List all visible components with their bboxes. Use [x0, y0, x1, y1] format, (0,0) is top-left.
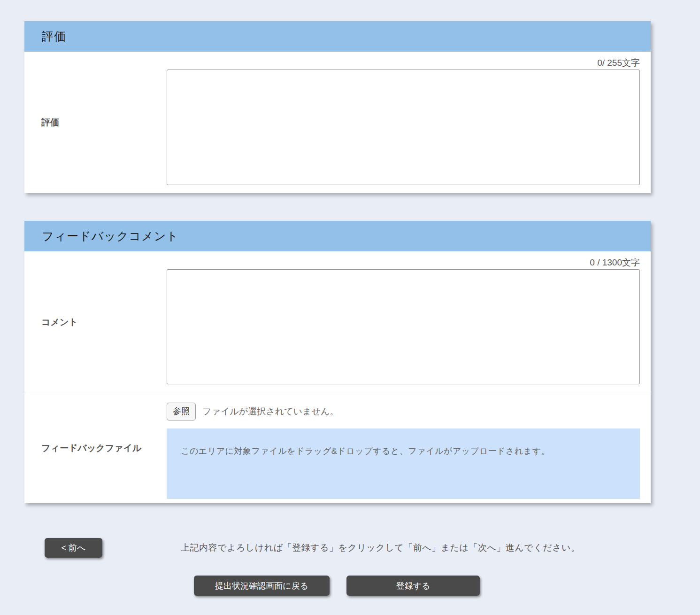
back-to-submission-status-button[interactable]: 提出状況確認画面に戻る: [194, 576, 330, 596]
comment-field-label: コメント: [41, 316, 78, 328]
browse-file-button[interactable]: 参照: [167, 403, 196, 420]
footer-instruction-row: < 前へ 上記内容でよろしければ「登録する」をクリックして「前へ」または「次へ」…: [0, 537, 700, 558]
evaluation-field-cell: 0/ 255文字: [167, 52, 651, 193]
evaluation-field-label: 評価: [41, 117, 59, 129]
evaluation-panel-header: 評価: [24, 21, 651, 52]
feedback-panel-title: フィードバックコメント: [42, 228, 179, 244]
feedback-panel-header: フィードバックコメント: [24, 221, 651, 251]
evaluation-panel-title: 評価: [42, 29, 66, 44]
feedback-file-label-cell: フィードバックファイル: [24, 393, 167, 503]
feedback-file-label: フィードバックファイル: [41, 442, 141, 454]
footer-instruction-text: 上記内容でよろしければ「登録する」をクリックして「前へ」または「次へ」進んでくだ…: [181, 542, 580, 554]
file-input-line: 参照 ファイルが選択されていません。: [167, 393, 640, 422]
file-drop-area-text: このエリアに対象ファイルをドラッグ&ドロップすると、ファイルがアップロードされま…: [181, 446, 550, 456]
comment-char-counter: 0 / 1300文字: [167, 251, 640, 269]
comment-row: コメント 0 / 1300文字: [24, 251, 651, 393]
footer-actions-row: 提出状況確認画面に戻る 登録する: [0, 576, 700, 596]
evaluation-row: 評価 0/ 255文字: [24, 52, 651, 193]
page: 評価 評価 0/ 255文字 フィードバックコメント コメント 0 / 1300…: [0, 0, 700, 615]
evaluation-char-counter: 0/ 255文字: [167, 52, 640, 70]
evaluation-textarea[interactable]: [167, 70, 640, 185]
feedback-panel: フィードバックコメント コメント 0 / 1300文字 フィードバックファイル …: [24, 221, 651, 503]
comment-textarea[interactable]: [167, 269, 640, 384]
file-drop-area[interactable]: このエリアに対象ファイルをドラッグ&ドロップすると、ファイルがアップロードされま…: [167, 428, 640, 499]
feedback-file-field-cell: 参照 ファイルが選択されていません。 このエリアに対象ファイルをドラッグ&ドロッ…: [167, 393, 651, 503]
comment-field-cell: 0 / 1300文字: [167, 251, 651, 393]
register-button[interactable]: 登録する: [346, 576, 480, 596]
previous-button[interactable]: < 前へ: [45, 538, 102, 558]
file-selection-status-text: ファイルが選択されていません。: [202, 405, 338, 418]
comment-label-cell: コメント: [24, 251, 167, 393]
evaluation-panel: 評価 評価 0/ 255文字: [24, 21, 651, 193]
feedback-file-row: フィードバックファイル 参照 ファイルが選択されていません。 このエリアに対象フ…: [24, 393, 651, 503]
evaluation-label-cell: 評価: [24, 52, 167, 193]
